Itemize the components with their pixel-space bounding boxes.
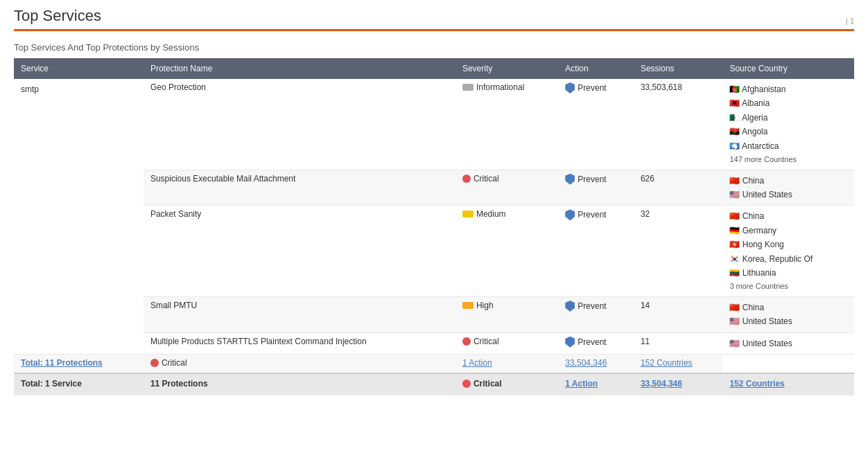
severity-dot-icon	[462, 337, 471, 346]
severity-cell: Medium	[455, 206, 558, 297]
grand-total-sessions: 33,504,346	[634, 373, 723, 395]
country-item: 🇺🇸 United States	[729, 337, 847, 350]
country-item: 🇦🇴 Angola	[729, 125, 847, 139]
severity-label: Critical	[474, 174, 499, 184]
severity-cell: Informational	[455, 79, 558, 170]
severity-dot-icon	[462, 84, 474, 91]
subtotal-protections-link[interactable]: Total: 11 Protections	[21, 358, 103, 368]
protection-name: Small PMTU	[144, 297, 455, 333]
col-source-country: Source Country	[722, 58, 854, 79]
severity-dot-icon	[462, 211, 474, 217]
grand-total-countries-link[interactable]: 152 Countries	[729, 379, 784, 389]
severity-label: Critical	[162, 358, 187, 368]
grand-total-countries: 152 Countries	[722, 373, 854, 395]
sessions-cell: 626	[634, 170, 723, 206]
severity-badge: Informational	[462, 82, 524, 92]
page-title: Top Services	[14, 7, 101, 25]
country-item: 🇱🇹 Lithuania	[729, 266, 847, 280]
subtotal-sessions-link[interactable]: 33,504,346	[565, 358, 607, 368]
country-cell: 🇦🇫 Afghanistan🇦🇱 Albania🇩🇿 Algeria🇦🇴 Ang…	[722, 79, 854, 170]
action-label: Prevent	[578, 301, 606, 311]
severity-cell: High	[455, 297, 558, 333]
country-item: 🇺🇸 United States	[729, 314, 847, 328]
shield-icon	[565, 82, 575, 93]
subtotal-action-link[interactable]: 1 Action	[462, 358, 492, 368]
action-cell: Prevent	[565, 337, 606, 348]
action-cell: Prevent	[565, 174, 606, 185]
severity-dot-icon	[150, 359, 159, 367]
severity-badge: Critical	[150, 358, 187, 368]
severity-dot-icon	[462, 380, 471, 388]
subtotal-row: Total: 11 ProtectionsCritical1 Action33,…	[14, 355, 854, 374]
protection-name: Geo Protection	[144, 79, 455, 170]
severity-label: Informational	[476, 82, 524, 92]
sessions-cell: 14	[634, 297, 723, 333]
col-action: Action	[558, 58, 634, 79]
grand-total-action: 1 Action	[558, 373, 634, 395]
severity-dot-icon	[462, 302, 474, 309]
grand-total-protections: 11 Protections	[144, 373, 455, 395]
more-countries: 147 more Countries	[729, 153, 847, 166]
grand-total-action-link[interactable]: 1 Action	[565, 379, 598, 389]
country-item: 🇭🇰 Hong Kong	[729, 238, 847, 251]
action-cell-wrapper: Prevent	[558, 332, 634, 354]
more-countries: 3 more Countries	[729, 280, 847, 293]
grand-total-severity: Critical	[455, 373, 558, 395]
action-cell-wrapper: Prevent	[558, 297, 634, 333]
action-label: Prevent	[578, 337, 606, 347]
country-item: 🇨🇳 China	[729, 301, 847, 314]
country-cell: 🇨🇳 China🇺🇸 United States	[722, 297, 854, 333]
country-item: 🇩🇿 Algeria	[729, 111, 847, 125]
grand-total-sessions-link[interactable]: 33,504,346	[641, 379, 682, 389]
table-row: smtpGeo ProtectionInformationalPrevent33…	[14, 79, 854, 170]
service-cell: smtp	[14, 79, 144, 355]
action-cell: Prevent	[565, 209, 606, 220]
subtotal-action: 1 Action	[455, 355, 558, 374]
subtotal-severity: Critical	[144, 355, 455, 374]
severity-label: Critical	[474, 337, 499, 346]
action-cell-wrapper: Prevent	[558, 170, 634, 206]
severity-badge: Critical	[462, 379, 502, 389]
page-header: Top Services | 1	[14, 7, 854, 31]
action-label: Prevent	[578, 83, 606, 93]
action-label: Prevent	[578, 210, 606, 220]
severity-badge: Medium	[462, 209, 506, 219]
severity-label: Medium	[476, 209, 506, 219]
country-item: 🇩🇪 Germany	[729, 224, 847, 238]
col-protection: Protection Name	[144, 58, 455, 79]
country-item: 🇺🇸 United States	[729, 188, 847, 202]
severity-cell: Critical	[455, 170, 558, 206]
country-item: 🇰🇷 Korea, Republic Of	[729, 252, 847, 266]
subtotal-label: Total: 11 Protections	[14, 355, 144, 374]
section-title: Top Services And Top Protections by Sess…	[14, 42, 854, 53]
action-cell: Prevent	[565, 82, 606, 93]
severity-badge: Critical	[462, 337, 499, 346]
severity-badge: Critical	[462, 174, 499, 184]
sessions-cell: 32	[634, 206, 723, 297]
shield-icon	[565, 209, 575, 220]
severity-label: High	[476, 301, 494, 310]
shield-icon	[565, 174, 575, 185]
action-cell: Prevent	[565, 301, 606, 312]
severity-label: Critical	[474, 379, 502, 389]
country-cell: 🇨🇳 China🇺🇸 United States	[722, 170, 854, 206]
sessions-cell: 11	[634, 332, 723, 354]
table-header-row: Service Protection Name Severity Action …	[14, 58, 854, 79]
country-item: 🇦🇶 Antarctica	[729, 139, 847, 153]
country-item: 🇨🇳 China	[729, 209, 847, 223]
protection-name: Suspicious Executable Mail Attachment	[144, 170, 455, 206]
grand-total-service: Total: 1 Service	[14, 373, 144, 395]
action-label: Prevent	[578, 175, 606, 184]
country-cell: 🇺🇸 United States	[722, 332, 854, 354]
services-table: Service Protection Name Severity Action …	[14, 58, 854, 395]
subtotal-countries-link[interactable]: 152 Countries	[641, 358, 693, 368]
shield-icon	[565, 337, 575, 348]
col-severity: Severity	[455, 58, 558, 79]
subtotal-sessions: 33,504,346	[558, 355, 634, 374]
action-cell-wrapper: Prevent	[558, 206, 634, 297]
grand-total-row: Total: 1 Service11 ProtectionsCritical1 …	[14, 373, 854, 395]
severity-cell: Critical	[455, 332, 558, 354]
severity-dot-icon	[462, 175, 471, 183]
country-cell: 🇨🇳 China🇩🇪 Germany🇭🇰 Hong Kong🇰🇷 Korea, …	[722, 206, 854, 297]
shield-icon	[565, 301, 575, 312]
